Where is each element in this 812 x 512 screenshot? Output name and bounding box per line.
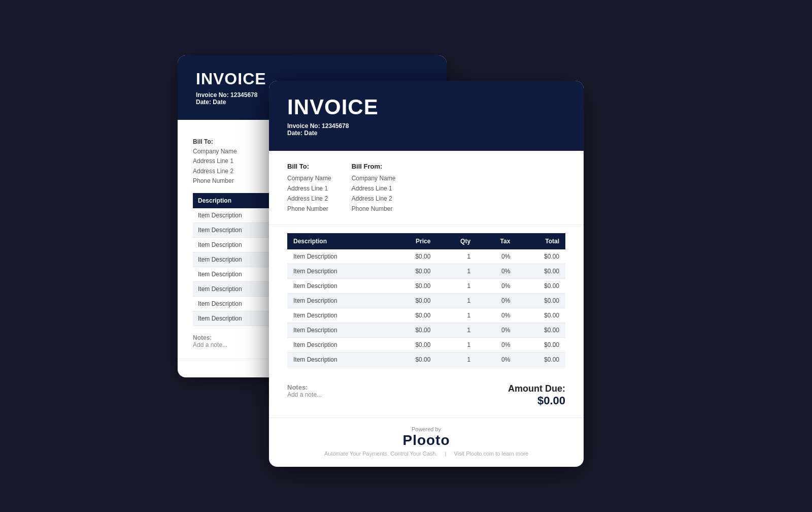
front-notes-label: Notes: <box>287 383 322 391</box>
front-table-row: Item Description$0.0010%$0.00 <box>287 249 565 264</box>
powered-by-text: Powered by <box>279 426 573 432</box>
bill-from-label: Bill From: <box>352 161 396 172</box>
front-item-desc: Item Description <box>287 352 388 367</box>
front-notes-text: Add a note... <box>287 391 322 398</box>
front-item-total: $0.00 <box>516 293 565 308</box>
front-footer: Powered by Plooto Automate Your Payments… <box>269 418 584 467</box>
front-item-desc: Item Description <box>287 293 388 308</box>
front-item-qty: 1 <box>436 352 477 367</box>
front-item-qty: 1 <box>436 337 477 352</box>
footer-tagline: Automate Your Payments. Control Your Cas… <box>279 451 573 457</box>
bill-from-company: Company Name <box>352 174 396 184</box>
front-item-price: $0.00 <box>388 352 437 367</box>
front-card-header: INVOICE Invoice No: 12345678 Date: Date <box>269 81 584 151</box>
bill-from-phone: Phone Number <box>352 204 396 214</box>
front-item-desc: Item Description <box>287 323 388 337</box>
front-item-tax: 0% <box>477 249 516 264</box>
invoice-card-front: INVOICE Invoice No: 12345678 Date: Date … <box>269 81 584 467</box>
col-description: Description <box>287 233 388 249</box>
front-bottom: Notes: Add a note... Amount Due: $0.00 <box>269 375 584 418</box>
front-item-total: $0.00 <box>516 249 565 264</box>
front-table-row: Item Description$0.0010%$0.00 <box>287 337 565 352</box>
front-item-qty: 1 <box>436 278 477 293</box>
front-table-row: Item Description$0.0010%$0.00 <box>287 308 565 323</box>
amount-due-value: $0.00 <box>508 394 565 407</box>
tagline-text: Automate Your Payments. Control Your Cas… <box>324 451 437 457</box>
front-item-tax: 0% <box>477 323 516 337</box>
front-item-total: $0.00 <box>516 323 565 337</box>
front-item-qty: 1 <box>436 249 477 264</box>
bill-to-address1: Address Line 1 <box>287 184 331 194</box>
front-item-price: $0.00 <box>388 323 437 337</box>
front-item-desc: Item Description <box>287 278 388 293</box>
front-item-total: $0.00 <box>516 278 565 293</box>
bill-from-address2: Address Line 2 <box>352 194 396 204</box>
front-item-tax: 0% <box>477 352 516 367</box>
plooto-logo: Plooto <box>279 432 573 449</box>
front-table-row: Item Description$0.0010%$0.00 <box>287 323 565 337</box>
bill-from-section: Bill From: Company Name Address Line 1 A… <box>352 161 396 214</box>
front-invoice-table: Description Price Qty Tax Total Item Des… <box>287 233 565 367</box>
bill-to-address2: Address Line 2 <box>287 194 331 204</box>
amount-due-label: Amount Due: <box>508 383 565 394</box>
front-item-total: $0.00 <box>516 308 565 323</box>
front-item-desc: Item Description <box>287 308 388 323</box>
front-item-price: $0.00 <box>388 308 437 323</box>
front-item-tax: 0% <box>477 293 516 308</box>
front-table-row: Item Description$0.0010%$0.00 <box>287 293 565 308</box>
front-item-tax: 0% <box>477 278 516 293</box>
bill-from-address1: Address Line 1 <box>352 184 396 194</box>
front-item-tax: 0% <box>477 337 516 352</box>
bill-to-company: Company Name <box>287 174 331 184</box>
footer-separator: | <box>445 451 447 457</box>
front-invoice-title: INVOICE <box>287 95 565 119</box>
front-billing-section: Bill To: Company Name Address Line 1 Add… <box>269 151 584 225</box>
front-item-desc: Item Description <box>287 337 388 352</box>
col-price: Price <box>388 233 437 249</box>
col-tax: Tax <box>477 233 516 249</box>
col-total: Total <box>516 233 565 249</box>
front-item-qty: 1 <box>436 293 477 308</box>
amount-due-section: Amount Due: $0.00 <box>508 383 565 407</box>
front-item-qty: 1 <box>436 264 477 278</box>
col-qty: Qty <box>436 233 477 249</box>
front-invoice-meta: Invoice No: 12345678 Date: Date <box>287 122 565 137</box>
front-item-desc: Item Description <box>287 249 388 264</box>
front-item-tax: 0% <box>477 308 516 323</box>
front-table-wrapper: Description Price Qty Tax Total Item Des… <box>269 225 584 375</box>
bill-to-label: Bill To: <box>287 161 331 172</box>
front-item-qty: 1 <box>436 323 477 337</box>
front-item-tax: 0% <box>477 264 516 278</box>
front-notes: Notes: Add a note... <box>287 383 322 398</box>
footer-visit: Visit Plooto.com to learn more <box>454 451 529 457</box>
front-item-total: $0.00 <box>516 352 565 367</box>
bill-to-section: Bill To: Company Name Address Line 1 Add… <box>287 161 331 214</box>
front-item-desc: Item Description <box>287 264 388 278</box>
front-item-price: $0.00 <box>388 337 437 352</box>
front-item-price: $0.00 <box>388 249 437 264</box>
front-item-price: $0.00 <box>388 293 437 308</box>
front-table-row: Item Description$0.0010%$0.00 <box>287 352 565 367</box>
front-item-total: $0.00 <box>516 337 565 352</box>
front-item-price: $0.00 <box>388 264 437 278</box>
front-item-total: $0.00 <box>516 264 565 278</box>
front-item-qty: 1 <box>436 308 477 323</box>
front-item-price: $0.00 <box>388 278 437 293</box>
bill-to-phone: Phone Number <box>287 204 331 214</box>
front-table-row: Item Description$0.0010%$0.00 <box>287 278 565 293</box>
front-table-row: Item Description$0.0010%$0.00 <box>287 264 565 278</box>
